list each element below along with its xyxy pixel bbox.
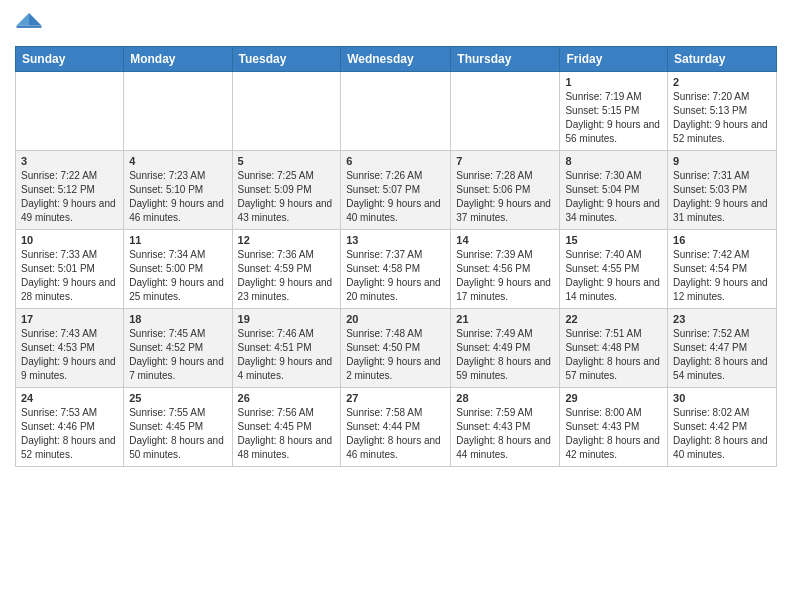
day-number: 6: [346, 155, 445, 167]
calendar-cell: [124, 72, 232, 151]
calendar-cell: 27Sunrise: 7:58 AM Sunset: 4:44 PM Dayli…: [341, 388, 451, 467]
day-number: 28: [456, 392, 554, 404]
calendar-table: SundayMondayTuesdayWednesdayThursdayFrid…: [15, 46, 777, 467]
day-info: Sunrise: 7:20 AM Sunset: 5:13 PM Dayligh…: [673, 90, 771, 146]
calendar-row-week-5: 24Sunrise: 7:53 AM Sunset: 4:46 PM Dayli…: [16, 388, 777, 467]
calendar-cell: 1Sunrise: 7:19 AM Sunset: 5:15 PM Daylig…: [560, 72, 668, 151]
day-info: Sunrise: 7:23 AM Sunset: 5:10 PM Dayligh…: [129, 169, 226, 225]
day-info: Sunrise: 7:48 AM Sunset: 4:50 PM Dayligh…: [346, 327, 445, 383]
col-header-friday: Friday: [560, 47, 668, 72]
day-number: 20: [346, 313, 445, 325]
day-number: 30: [673, 392, 771, 404]
calendar-cell: 30Sunrise: 8:02 AM Sunset: 4:42 PM Dayli…: [668, 388, 777, 467]
day-number: 15: [565, 234, 662, 246]
calendar-cell: 11Sunrise: 7:34 AM Sunset: 5:00 PM Dayli…: [124, 230, 232, 309]
calendar-cell: 25Sunrise: 7:55 AM Sunset: 4:45 PM Dayli…: [124, 388, 232, 467]
day-number: 29: [565, 392, 662, 404]
calendar-cell: 10Sunrise: 7:33 AM Sunset: 5:01 PM Dayli…: [16, 230, 124, 309]
calendar-cell: 24Sunrise: 7:53 AM Sunset: 4:46 PM Dayli…: [16, 388, 124, 467]
day-info: Sunrise: 7:33 AM Sunset: 5:01 PM Dayligh…: [21, 248, 118, 304]
day-number: 21: [456, 313, 554, 325]
calendar-cell: 22Sunrise: 7:51 AM Sunset: 4:48 PM Dayli…: [560, 309, 668, 388]
day-info: Sunrise: 7:51 AM Sunset: 4:48 PM Dayligh…: [565, 327, 662, 383]
day-info: Sunrise: 7:59 AM Sunset: 4:43 PM Dayligh…: [456, 406, 554, 462]
day-info: Sunrise: 7:30 AM Sunset: 5:04 PM Dayligh…: [565, 169, 662, 225]
calendar-cell: 29Sunrise: 8:00 AM Sunset: 4:43 PM Dayli…: [560, 388, 668, 467]
calendar-cell: 7Sunrise: 7:28 AM Sunset: 5:06 PM Daylig…: [451, 151, 560, 230]
calendar-cell: 15Sunrise: 7:40 AM Sunset: 4:55 PM Dayli…: [560, 230, 668, 309]
calendar-cell: [341, 72, 451, 151]
day-number: 9: [673, 155, 771, 167]
col-header-tuesday: Tuesday: [232, 47, 341, 72]
day-number: 5: [238, 155, 336, 167]
day-number: 26: [238, 392, 336, 404]
day-info: Sunrise: 8:02 AM Sunset: 4:42 PM Dayligh…: [673, 406, 771, 462]
day-number: 7: [456, 155, 554, 167]
calendar-cell: 14Sunrise: 7:39 AM Sunset: 4:56 PM Dayli…: [451, 230, 560, 309]
day-info: Sunrise: 7:40 AM Sunset: 4:55 PM Dayligh…: [565, 248, 662, 304]
calendar-cell: [16, 72, 124, 151]
day-info: Sunrise: 7:49 AM Sunset: 4:49 PM Dayligh…: [456, 327, 554, 383]
page: SundayMondayTuesdayWednesdayThursdayFrid…: [0, 0, 792, 482]
col-header-thursday: Thursday: [451, 47, 560, 72]
day-info: Sunrise: 7:22 AM Sunset: 5:12 PM Dayligh…: [21, 169, 118, 225]
day-number: 27: [346, 392, 445, 404]
calendar-cell: [232, 72, 341, 151]
day-number: 16: [673, 234, 771, 246]
day-info: Sunrise: 7:42 AM Sunset: 4:54 PM Dayligh…: [673, 248, 771, 304]
calendar-row-week-3: 10Sunrise: 7:33 AM Sunset: 5:01 PM Dayli…: [16, 230, 777, 309]
svg-rect-2: [17, 26, 42, 28]
calendar-cell: 9Sunrise: 7:31 AM Sunset: 5:03 PM Daylig…: [668, 151, 777, 230]
day-number: 24: [21, 392, 118, 404]
calendar-cell: 5Sunrise: 7:25 AM Sunset: 5:09 PM Daylig…: [232, 151, 341, 230]
day-number: 25: [129, 392, 226, 404]
calendar-cell: 23Sunrise: 7:52 AM Sunset: 4:47 PM Dayli…: [668, 309, 777, 388]
day-info: Sunrise: 7:43 AM Sunset: 4:53 PM Dayligh…: [21, 327, 118, 383]
day-number: 18: [129, 313, 226, 325]
day-info: Sunrise: 7:52 AM Sunset: 4:47 PM Dayligh…: [673, 327, 771, 383]
day-info: Sunrise: 7:46 AM Sunset: 4:51 PM Dayligh…: [238, 327, 336, 383]
day-info: Sunrise: 7:28 AM Sunset: 5:06 PM Dayligh…: [456, 169, 554, 225]
calendar-cell: 26Sunrise: 7:56 AM Sunset: 4:45 PM Dayli…: [232, 388, 341, 467]
calendar-row-week-2: 3Sunrise: 7:22 AM Sunset: 5:12 PM Daylig…: [16, 151, 777, 230]
header: [15, 10, 777, 38]
calendar-cell: 2Sunrise: 7:20 AM Sunset: 5:13 PM Daylig…: [668, 72, 777, 151]
day-number: 14: [456, 234, 554, 246]
day-info: Sunrise: 7:53 AM Sunset: 4:46 PM Dayligh…: [21, 406, 118, 462]
day-number: 23: [673, 313, 771, 325]
logo: [15, 10, 45, 38]
calendar-cell: 3Sunrise: 7:22 AM Sunset: 5:12 PM Daylig…: [16, 151, 124, 230]
calendar-cell: 18Sunrise: 7:45 AM Sunset: 4:52 PM Dayli…: [124, 309, 232, 388]
day-info: Sunrise: 7:39 AM Sunset: 4:56 PM Dayligh…: [456, 248, 554, 304]
day-info: Sunrise: 7:45 AM Sunset: 4:52 PM Dayligh…: [129, 327, 226, 383]
day-number: 11: [129, 234, 226, 246]
day-info: Sunrise: 7:25 AM Sunset: 5:09 PM Dayligh…: [238, 169, 336, 225]
day-number: 3: [21, 155, 118, 167]
day-info: Sunrise: 7:34 AM Sunset: 5:00 PM Dayligh…: [129, 248, 226, 304]
day-number: 10: [21, 234, 118, 246]
day-number: 8: [565, 155, 662, 167]
calendar-cell: 13Sunrise: 7:37 AM Sunset: 4:58 PM Dayli…: [341, 230, 451, 309]
day-info: Sunrise: 7:31 AM Sunset: 5:03 PM Dayligh…: [673, 169, 771, 225]
calendar-row-week-4: 17Sunrise: 7:43 AM Sunset: 4:53 PM Dayli…: [16, 309, 777, 388]
col-header-wednesday: Wednesday: [341, 47, 451, 72]
day-info: Sunrise: 7:37 AM Sunset: 4:58 PM Dayligh…: [346, 248, 445, 304]
col-header-monday: Monday: [124, 47, 232, 72]
day-number: 13: [346, 234, 445, 246]
col-header-saturday: Saturday: [668, 47, 777, 72]
calendar-cell: 4Sunrise: 7:23 AM Sunset: 5:10 PM Daylig…: [124, 151, 232, 230]
day-info: Sunrise: 7:36 AM Sunset: 4:59 PM Dayligh…: [238, 248, 336, 304]
day-info: Sunrise: 8:00 AM Sunset: 4:43 PM Dayligh…: [565, 406, 662, 462]
day-number: 4: [129, 155, 226, 167]
day-info: Sunrise: 7:56 AM Sunset: 4:45 PM Dayligh…: [238, 406, 336, 462]
calendar-header-row: SundayMondayTuesdayWednesdayThursdayFrid…: [16, 47, 777, 72]
calendar-cell: 28Sunrise: 7:59 AM Sunset: 4:43 PM Dayli…: [451, 388, 560, 467]
col-header-sunday: Sunday: [16, 47, 124, 72]
day-number: 12: [238, 234, 336, 246]
day-number: 22: [565, 313, 662, 325]
day-info: Sunrise: 7:19 AM Sunset: 5:15 PM Dayligh…: [565, 90, 662, 146]
day-number: 2: [673, 76, 771, 88]
day-number: 17: [21, 313, 118, 325]
logo-icon: [15, 10, 43, 38]
day-info: Sunrise: 7:58 AM Sunset: 4:44 PM Dayligh…: [346, 406, 445, 462]
